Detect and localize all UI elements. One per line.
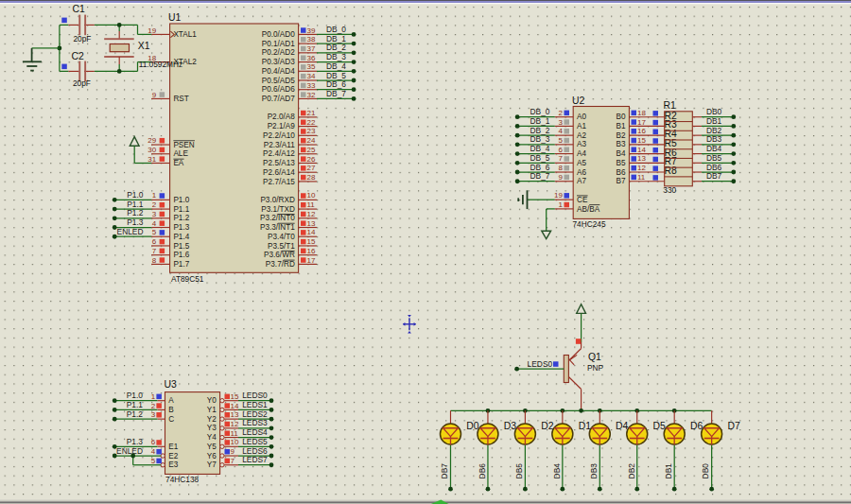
x1-body[interactable] [110,44,129,52]
terminal-dot[interactable] [269,444,274,449]
terminal-dot[interactable] [352,87,356,92]
terminal-dot[interactable] [113,198,117,202]
pin-state-square [160,138,165,144]
wire-label: DB_7 [326,89,346,98]
u1-pin-name: P0.2/AD2 [262,48,295,57]
pin-number: 28 [307,173,316,182]
pin-bubble [220,399,224,403]
u3-pin-name: Y6 [207,452,217,461]
terminal-dot[interactable] [113,417,117,422]
pin-state-square [160,220,165,226]
q1-base-bar[interactable] [564,356,568,383]
pin-number: 8 [152,256,157,265]
wire-label: DB_5 [530,153,550,163]
pin-number: 33 [307,81,316,90]
terminal-dot[interactable] [269,417,274,422]
junction-dot[interactable] [117,69,122,74]
u2-pin-name: A1 [577,122,586,130]
wire-label-rotated: DB3 [589,463,599,479]
pin-number: 2 [559,109,564,117]
terminal-dot[interactable] [560,487,564,492]
pin-state-square [301,175,306,181]
u2-pin-name: A4 [577,149,586,158]
terminal-dot[interactable] [269,462,274,467]
terminal-dot[interactable] [515,151,520,156]
junction-dot[interactable] [117,23,122,27]
wire-label: ENLED [116,446,143,456]
wire-label: LEDS0 [528,359,553,369]
led-ref-label: D1 [579,421,592,431]
pin-state-square [61,64,67,70]
junction-dot[interactable] [130,454,135,459]
terminal-dot[interactable] [514,367,519,372]
pin-state-square [225,422,231,427]
terminal-dot[interactable] [598,487,602,492]
u3-pin-name: E2 [168,452,178,461]
pin-state-square [301,37,306,43]
terminal-dot[interactable] [269,426,274,430]
terminal-dot[interactable] [731,170,736,175]
pin-state-square [156,403,162,408]
terminal-dot[interactable] [352,69,356,74]
terminal-dot[interactable] [113,207,117,212]
u1-pin-name: P0.5/AD5 [262,77,295,85]
terminal-dot[interactable] [269,408,274,412]
terminal-dot[interactable] [269,454,274,459]
pin-state-square [160,193,165,199]
terminal-dot[interactable] [352,78,356,83]
pin-number: 6 [151,438,156,446]
pin-state-square [156,412,162,418]
terminal-dot[interactable] [352,60,356,64]
pin-bubble [220,444,224,448]
terminal-dot[interactable] [486,487,491,492]
terminal-dot[interactable] [515,170,520,175]
pin-state-square [301,220,306,226]
pin-state-square [653,157,659,163]
terminal-dot[interactable] [269,398,274,403]
wire-label: LEDS6 [242,446,268,456]
terminal-dot[interactable] [523,487,528,492]
u3-value-label: 74HC138 [165,475,199,484]
terminal-dot[interactable] [731,124,736,129]
terminal-dot[interactable] [113,398,117,403]
terminal-dot[interactable] [515,124,520,129]
terminal-dot[interactable] [352,96,356,101]
terminal-dot[interactable] [113,408,117,412]
window-bottom-edge [0,501,851,503]
terminal-dot[interactable] [731,114,736,119]
terminal-dot[interactable] [709,487,714,492]
terminal-dot[interactable] [113,216,117,220]
pin-state-square [653,148,659,153]
terminal-dot[interactable] [515,161,520,165]
terminal-dot[interactable] [515,179,520,183]
wire-label-rotated: DB7 [440,463,449,479]
terminal-dot[interactable] [634,487,639,492]
c1-plate-right[interactable] [84,15,86,36]
pin-state-square [576,339,582,344]
pin-state-square [632,129,637,134]
junction-dot[interactable] [579,408,583,413]
wire-label: DB_0 [326,25,346,34]
terminal-dot[interactable] [672,487,677,492]
terminal-dot[interactable] [731,179,736,183]
terminal-dot[interactable] [352,42,356,46]
terminal-dot[interactable] [515,133,520,138]
terminal-dot[interactable] [731,142,736,147]
terminal-dot[interactable] [731,151,736,156]
terminal-dot[interactable] [352,50,356,55]
terminal-dot[interactable] [515,142,520,147]
pin-number: 25 [307,146,316,154]
terminal-dot[interactable] [731,161,736,165]
terminal-dot[interactable] [448,487,453,492]
u1-pin-name: P2.0/A8 [268,113,296,121]
terminal-dot[interactable] [352,32,356,37]
c1-plate-left[interactable] [78,15,80,36]
terminal-dot[interactable] [515,114,520,119]
pin-state-square [564,193,570,199]
pin-state-square [564,129,570,134]
q1-value-label: PNP [587,363,604,373]
terminal-dot[interactable] [269,435,274,440]
pin-state-square [160,202,165,208]
terminal-dot[interactable] [731,133,736,138]
pin-state-square [225,394,231,400]
